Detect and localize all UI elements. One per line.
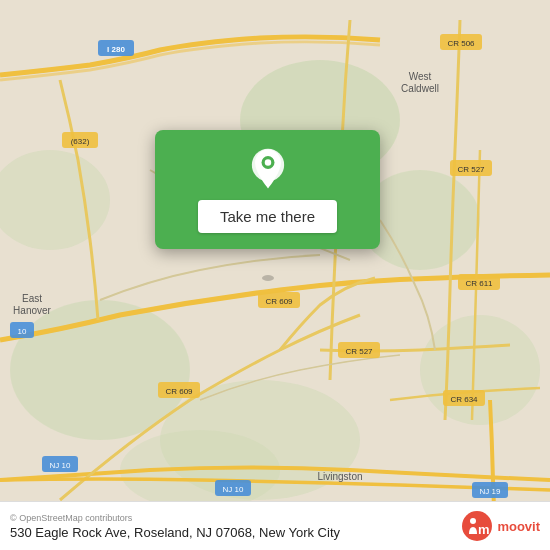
svg-text:CR 634: CR 634 [450, 395, 478, 404]
take-me-there-button[interactable]: Take me there [198, 200, 337, 233]
location-pin-icon [247, 148, 289, 190]
address-text: 530 Eagle Rock Ave, Roseland, NJ 07068, … [10, 525, 340, 540]
svg-text:East: East [22, 293, 42, 304]
svg-text:CR 506: CR 506 [447, 39, 475, 48]
svg-text:NJ 10: NJ 10 [223, 485, 244, 494]
svg-text:NJ 10: NJ 10 [50, 461, 71, 470]
svg-text:Hanover: Hanover [13, 305, 51, 316]
bottom-left: © OpenStreetMap contributors 530 Eagle R… [10, 513, 340, 540]
svg-text:m: m [478, 522, 490, 537]
svg-text:Livingston: Livingston [317, 471, 362, 482]
svg-text:CR 611: CR 611 [465, 279, 493, 288]
popup-card: Take me there [155, 130, 380, 249]
svg-text:(632): (632) [71, 137, 90, 146]
moovit-logo: m moovit [461, 510, 540, 542]
svg-text:I 280: I 280 [107, 45, 125, 54]
svg-text:CR 527: CR 527 [345, 347, 373, 356]
svg-point-49 [470, 518, 476, 524]
svg-text:NJ 19: NJ 19 [480, 487, 501, 496]
svg-text:West: West [409, 71, 432, 82]
map-container: I 280 (632) CR 506 CR 527 CR 527 CR 611 … [0, 0, 550, 550]
svg-text:CR 527: CR 527 [457, 165, 485, 174]
map-roads: I 280 (632) CR 506 CR 527 CR 527 CR 611 … [0, 0, 550, 550]
osm-attribution: © OpenStreetMap contributors [10, 513, 340, 523]
svg-text:10: 10 [18, 327, 27, 336]
moovit-logo-icon: m [461, 510, 493, 542]
svg-point-44 [262, 275, 274, 281]
svg-text:Caldwell: Caldwell [401, 83, 439, 94]
svg-text:CR 609: CR 609 [265, 297, 293, 306]
svg-text:CR 609: CR 609 [165, 387, 193, 396]
bottom-bar: © OpenStreetMap contributors 530 Eagle R… [0, 501, 550, 550]
svg-point-47 [264, 159, 270, 165]
moovit-brand-text: moovit [497, 519, 540, 534]
svg-point-7 [420, 315, 540, 425]
